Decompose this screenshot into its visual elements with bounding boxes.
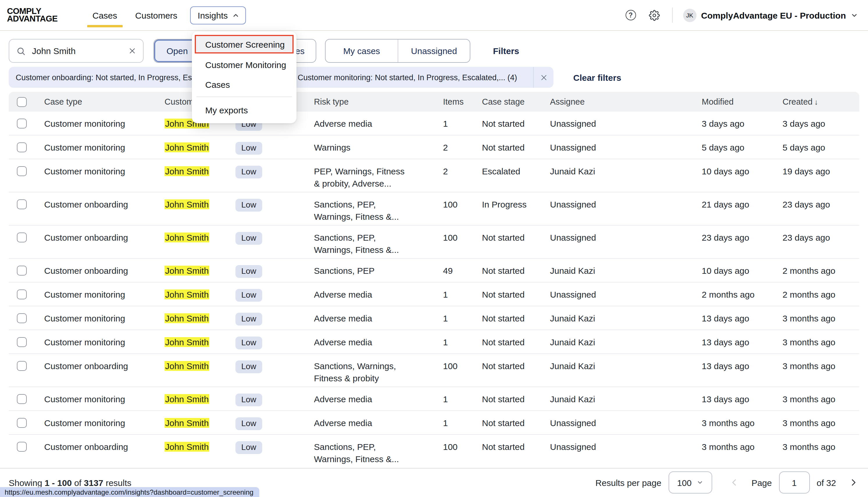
column-header-created-label: Created xyxy=(783,97,812,106)
name-highlight: John Smith xyxy=(165,232,209,242)
menu-item-customer-screening[interactable]: Customer Screening xyxy=(195,35,294,54)
risk-type-cell: PEP, Warnings, Fitness& probity, Adverse… xyxy=(314,159,443,189)
nav-tab-customers[interactable]: Customers xyxy=(135,0,177,30)
row-checkbox[interactable] xyxy=(17,266,27,275)
menu-item-customer-monitoring[interactable]: Customer Monitoring xyxy=(192,55,297,74)
table-row[interactable]: Customer monitoringJohn SmithLowWarnings… xyxy=(9,136,859,159)
account-menu[interactable]: JK ComplyAdvantage EU - Production xyxy=(683,9,858,22)
row-checkbox[interactable] xyxy=(17,442,27,452)
column-header-created[interactable]: Created↓ xyxy=(783,97,859,106)
column-header-case-stage[interactable]: Case stage xyxy=(482,97,550,106)
risk-badge: Low xyxy=(236,289,262,302)
case-type-cell: Customer onboarding xyxy=(44,226,165,244)
risk-cell: Low xyxy=(236,354,314,373)
question-icon: ? xyxy=(626,10,636,20)
table-row[interactable]: Customer monitoringJohn SmithLowAdverse … xyxy=(9,387,859,411)
settings-button[interactable] xyxy=(648,8,661,22)
search-input[interactable] xyxy=(31,45,123,56)
column-header-risk-type[interactable]: Risk type xyxy=(314,97,443,106)
checkbox-cell xyxy=(9,226,44,242)
table-row[interactable]: Customer onboardingJohn SmithLowSanction… xyxy=(9,354,859,387)
table-body: Customer monitoringJohn SmithLowAdverse … xyxy=(9,112,859,468)
risk-type-cell: Sanctions, PEP,Warnings, Fitness &... xyxy=(314,193,443,223)
pager-controls: Results per page 100 Page of 32 xyxy=(595,471,858,494)
sort-descending-icon: ↓ xyxy=(814,98,818,106)
row-checkbox[interactable] xyxy=(17,313,27,323)
risk-type-cell: Adverse media xyxy=(314,283,443,300)
insights-button-label: Insights xyxy=(198,10,228,20)
items-cell: 1 xyxy=(443,330,482,348)
table-row[interactable]: Customer onboardingJohn SmithLowSanction… xyxy=(9,226,859,259)
items-cell: 100 xyxy=(443,435,482,453)
row-checkbox[interactable] xyxy=(17,142,27,152)
quick-filter-my-cases[interactable]: My cases xyxy=(326,40,398,62)
table-row[interactable]: Customer monitoringJohn SmithLowAdverse … xyxy=(9,330,859,354)
insights-menu-button[interactable]: Insights xyxy=(190,6,246,24)
items-cell: 1 xyxy=(443,411,482,429)
table-row[interactable]: Customer onboardingJohn SmithLowSanction… xyxy=(9,435,859,468)
table-row[interactable]: Customer onboardingJohn SmithLowSanction… xyxy=(9,259,859,283)
modified-cell: 13 days ago xyxy=(702,387,783,405)
menu-item-cases[interactable]: Cases xyxy=(192,74,297,94)
row-checkbox[interactable] xyxy=(17,232,27,242)
created-cell: 3 months ago xyxy=(783,411,859,429)
checkbox-cell xyxy=(9,259,44,275)
row-checkbox[interactable] xyxy=(17,289,27,299)
risk-type-cell: Sanctions, PEP xyxy=(314,259,443,277)
table-row[interactable]: Customer monitoringJohn SmithLowAdverse … xyxy=(9,306,859,330)
risk-badge: Low xyxy=(236,199,262,212)
next-page-button[interactable] xyxy=(849,478,858,487)
name-highlight: John Smith xyxy=(165,142,209,152)
modified-cell: 3 days ago xyxy=(702,112,783,130)
risk-cell: Low xyxy=(236,226,314,245)
select-all-checkbox[interactable] xyxy=(17,97,27,106)
help-button[interactable]: ? xyxy=(624,8,638,22)
nav-tab-cases[interactable]: Cases xyxy=(93,0,117,30)
table-row[interactable]: Customer monitoringJohn SmithLowAdverse … xyxy=(9,411,859,435)
previous-page-button[interactable] xyxy=(729,478,739,487)
quick-filter-unassigned[interactable]: Unassigned xyxy=(398,40,470,62)
case-type-cell: Customer onboarding xyxy=(44,259,165,277)
remove-filter-chip-button[interactable] xyxy=(534,67,554,88)
risk-cell: Low xyxy=(236,306,314,326)
chevron-up-icon xyxy=(232,11,240,19)
column-header-case-type[interactable]: Case type xyxy=(44,97,165,106)
clear-filters-button[interactable]: Clear filters xyxy=(573,72,621,82)
modified-cell: 21 days ago xyxy=(702,193,783,210)
risk-badge: Low xyxy=(236,417,262,430)
row-checkbox[interactable] xyxy=(17,418,27,428)
created-cell: 3 months ago xyxy=(783,330,859,348)
modified-cell: 3 months ago xyxy=(702,411,783,429)
row-checkbox[interactable] xyxy=(17,199,27,209)
row-checkbox[interactable] xyxy=(17,166,27,176)
cases-table: Case type Customer name Risk type Items … xyxy=(9,92,859,468)
results-summary: Showing 1 - 100 of 3137 results xyxy=(9,478,131,487)
created-cell: 3 months ago xyxy=(783,354,859,372)
table-row[interactable]: Customer onboardingJohn SmithLowSanction… xyxy=(9,193,859,226)
row-checkbox[interactable] xyxy=(17,337,27,347)
risk-badge: Low xyxy=(236,265,262,278)
row-checkbox[interactable] xyxy=(17,361,27,371)
results-per-page-label: Results per page xyxy=(595,478,661,487)
row-checkbox[interactable] xyxy=(17,118,27,128)
page-input[interactable] xyxy=(779,471,810,494)
table-row[interactable]: Customer monitoringJohn SmithLowPEP, War… xyxy=(9,159,859,193)
customer-name-cell: John Smith xyxy=(165,259,236,277)
clear-search-button[interactable] xyxy=(128,47,136,55)
chevron-down-icon xyxy=(696,479,703,486)
customer-name-cell: John Smith xyxy=(165,387,236,405)
filters-button[interactable]: Filters xyxy=(493,46,519,56)
column-header-assignee[interactable]: Assignee xyxy=(550,97,702,106)
created-cell: 23 days ago xyxy=(783,193,859,210)
risk-type-cell: Warnings xyxy=(314,136,443,154)
row-checkbox[interactable] xyxy=(17,394,27,404)
column-header-items[interactable]: Items xyxy=(443,97,482,106)
column-header-modified[interactable]: Modified xyxy=(702,97,783,106)
table-row[interactable]: Customer monitoringJohn SmithLowAdverse … xyxy=(9,283,859,306)
table-row[interactable]: Customer monitoringJohn SmithLowAdverse … xyxy=(9,112,859,136)
items-cell: 100 xyxy=(443,226,482,244)
per-page-select[interactable]: 100 xyxy=(668,471,712,494)
risk-badge: Low xyxy=(236,360,262,373)
menu-item-my-exports[interactable]: My exports xyxy=(192,100,297,120)
results-range: 1 - 100 xyxy=(44,478,72,487)
